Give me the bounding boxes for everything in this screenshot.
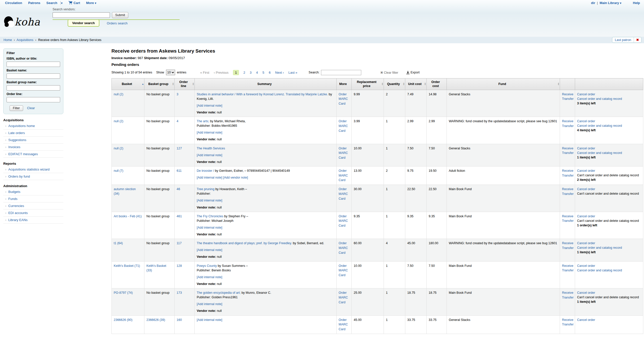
marc-link[interactable]: MARC [339, 174, 348, 177]
col-summary[interactable]: Summary [195, 78, 337, 90]
receive-link[interactable]: Receive [562, 93, 573, 96]
title-link[interactable]: The theatre handbook and digest of plays… [197, 241, 292, 245]
title-link[interactable]: Tree pruning [197, 187, 214, 191]
title-link[interactable]: The Fry Chronicles [197, 215, 223, 218]
sidebar-link[interactable]: Orders by fund [8, 175, 30, 178]
col-unit-cost[interactable]: Unit cost▴▾ [405, 78, 427, 90]
order-line-link[interactable]: 461 [177, 215, 182, 218]
sidebar-link[interactable]: Late orders [8, 131, 25, 135]
card-link[interactable]: Card [339, 273, 345, 277]
page-next[interactable]: Next › [275, 71, 284, 74]
isbn-author-title-input[interactable] [7, 62, 60, 67]
basket-link[interactable]: 2366626 (90) [114, 318, 132, 322]
order-line-link[interactable]: 4 [177, 119, 178, 123]
transfer-link[interactable]: Transfer [562, 97, 574, 101]
nav-search[interactable]: Search [46, 1, 57, 5]
order-line-link[interactable]: 127 [177, 147, 182, 150]
page-1[interactable]: 1 [233, 70, 239, 75]
basket-link[interactable]: Keith's Basket (71) [114, 264, 140, 268]
col-fund[interactable]: Fund▴▾ [447, 78, 560, 90]
cancel-order-link[interactable]: Cancel order [577, 187, 595, 191]
sidebar-link[interactable]: Budgets [8, 190, 20, 194]
page-5[interactable]: 5 [262, 71, 264, 74]
logged-in-user[interactable]: dir [591, 1, 595, 5]
receive-link[interactable]: Receive [562, 264, 573, 268]
basket-link[interactable]: null (7) [114, 169, 123, 173]
table-search-input[interactable] [321, 70, 361, 75]
add-note-link[interactable]: [Add internal note] [197, 153, 222, 157]
sidebar-link[interactable]: Acquisitions home [8, 124, 35, 128]
receive-link[interactable]: Receive [562, 187, 573, 191]
basket-link[interactable]: t1 (64) [114, 241, 123, 245]
add-note-link[interactable]: [Add internal note] [197, 199, 222, 202]
cancel-order-link[interactable]: Cancel order [577, 241, 595, 245]
order-link[interactable]: Order [339, 215, 347, 218]
nav-patrons[interactable]: Patrons [28, 1, 40, 5]
page-last[interactable]: Last » [288, 71, 297, 74]
submit-button[interactable]: Submit [112, 12, 128, 18]
transfer-link[interactable]: Transfer [562, 246, 574, 250]
add-note-link[interactable]: [Add internal note] [197, 176, 222, 179]
cancel-order-link[interactable]: Cancel order [577, 147, 595, 150]
library-menu[interactable]: Main Library ▾ [599, 1, 621, 5]
transfer-link[interactable]: Transfer [562, 151, 574, 155]
basket-link[interactable]: PO-8797 (74) [114, 291, 133, 294]
nav-cart[interactable]: Cart [68, 1, 80, 5]
order-link[interactable]: Order [339, 169, 347, 173]
add-note-link[interactable]: [Add internal note] [197, 302, 222, 306]
basket-group-link[interactable]: Keith's Basket (33) [146, 264, 166, 272]
sidebar-link[interactable]: Invoices [8, 145, 20, 149]
order-line-link[interactable]: 46 [177, 187, 180, 191]
transfer-link[interactable]: Transfer [562, 174, 574, 177]
marc-link[interactable]: MARC [339, 97, 348, 101]
marc-link[interactable]: MARC [339, 269, 348, 272]
title-link[interactable]: Studies in animal behavior / With a fore… [197, 93, 328, 96]
basket-group-name-input[interactable] [7, 85, 60, 91]
order-line-link[interactable]: 611 [177, 169, 182, 173]
page-6[interactable]: 6 [269, 71, 271, 74]
col-basket[interactable]: Basket▴ [112, 78, 144, 90]
cancel-order-link[interactable]: Cancel order and catalog record [577, 151, 622, 155]
marc-link[interactable]: MARC [339, 246, 348, 250]
card-link[interactable]: Card [339, 178, 345, 182]
sidebar-link[interactable]: Library EANs [8, 218, 28, 222]
card-link[interactable]: Card [339, 156, 345, 159]
add-note-link[interactable]: [Add internal note] [197, 275, 222, 279]
receive-link[interactable]: Receive [562, 119, 573, 123]
vendor-search-input[interactable] [53, 12, 110, 18]
receive-link[interactable]: Receive [562, 215, 573, 218]
add-note-link[interactable]: [Add internal note] [197, 318, 222, 322]
basket-link[interactable]: null (2) [114, 93, 123, 96]
nav-more[interactable]: More ▾ [86, 1, 96, 5]
order-line-link[interactable]: 117 [177, 241, 182, 245]
basket-name-input[interactable] [7, 73, 60, 79]
receive-link[interactable]: Receive [562, 169, 573, 173]
order-link[interactable]: Order [339, 318, 347, 322]
order-link[interactable]: Order [339, 147, 347, 150]
basket-link[interactable]: null (2) [114, 147, 123, 150]
page-3[interactable]: 3 [250, 71, 252, 74]
col-replacement-price[interactable]: Replacement price▴▾ [352, 78, 384, 90]
order-line-link[interactable]: 128 [177, 264, 182, 268]
sidebar-link[interactable]: Funds [8, 197, 17, 201]
cancel-order-link[interactable]: Cancel order and catalog record [577, 269, 622, 272]
transfer-link[interactable]: Transfer [562, 124, 574, 128]
transfer-link[interactable]: Transfer [562, 323, 574, 326]
tab-orders-search[interactable]: Orders search [103, 20, 132, 27]
marc-link[interactable]: MARC [339, 192, 348, 196]
card-link[interactable]: Card [339, 251, 345, 255]
marc-link[interactable]: MARC [339, 124, 348, 128]
clear-link[interactable]: Clear [27, 106, 35, 110]
order-link[interactable]: Order [339, 119, 347, 123]
cancel-order-link[interactable]: Cancel order [577, 215, 595, 218]
order-link[interactable]: Order [339, 187, 347, 191]
transfer-link[interactable]: Transfer [562, 192, 574, 196]
col-basket-group[interactable]: Basket group▴▾ [144, 78, 175, 90]
add-note-link[interactable]: [Add internal note] [197, 104, 222, 107]
marc-link[interactable]: MARC [339, 219, 348, 223]
cancel-order-link[interactable]: Cancel order [577, 264, 595, 268]
order-link[interactable]: Order [339, 291, 347, 294]
sidebar-link[interactable]: EDIFACT messages [8, 152, 38, 156]
cancel-order-link[interactable]: Cancel order [577, 318, 595, 322]
receive-link[interactable]: Receive [562, 241, 573, 245]
